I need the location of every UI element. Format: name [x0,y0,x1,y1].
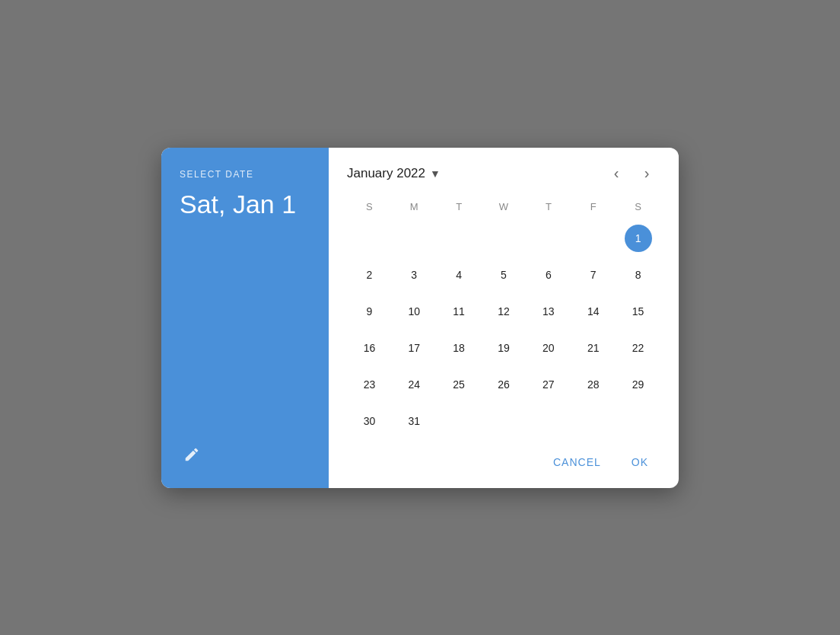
day-27[interactable]: 27 [526,366,571,403]
day-header-fri: F [571,196,616,220]
empty-cell [571,403,616,439]
day-number: 10 [400,298,428,325]
empty-cell [482,220,527,257]
day-number: 18 [445,334,473,362]
day-17[interactable]: 17 [392,330,437,366]
day-21[interactable]: 21 [571,330,616,366]
calendar-grid: S M T W T F S 1 2 3 4 5 6 7 8 [347,196,660,439]
next-month-button[interactable]: › [633,160,660,187]
day-number: 22 [625,334,652,362]
day-number: 6 [535,261,562,289]
day-22[interactable]: 22 [616,330,660,366]
empty-cell [526,220,571,257]
day-16[interactable]: 16 [347,330,392,366]
day-number: 7 [580,261,607,289]
day-24[interactable]: 24 [392,366,437,403]
day-23[interactable]: 23 [347,366,392,403]
day-number: 26 [490,371,517,398]
day-9[interactable]: 9 [347,293,392,330]
ok-button[interactable]: OK [619,448,660,476]
empty-cell [482,403,527,439]
day-number: 13 [535,298,562,325]
edit-icon [183,446,200,463]
empty-cell [526,403,571,439]
day-28[interactable]: 28 [571,366,616,403]
day-number: 24 [400,371,428,398]
day-header-sun: S [347,196,392,220]
month-header: January 2022 ▼ ‹ › [347,160,660,187]
empty-cell [347,220,392,257]
day-number: 19 [490,334,517,362]
calendar-nav: ‹ › [603,160,660,187]
empty-cell [437,403,482,439]
day-number: 3 [400,261,428,289]
day-1[interactable]: 1 [616,220,660,257]
day-25[interactable]: 25 [437,366,482,403]
day-number: 8 [625,261,652,289]
day-15[interactable]: 15 [616,293,660,330]
day-number: 30 [355,407,383,435]
day-number: 1 [625,225,652,252]
day-header-mon: M [392,196,437,220]
day-number: 15 [625,298,652,325]
day-number: 2 [355,261,383,289]
day-14[interactable]: 14 [571,293,616,330]
day-number: 20 [535,334,562,362]
day-13[interactable]: 13 [526,293,571,330]
day-10[interactable]: 10 [392,293,437,330]
day-number: 28 [580,371,607,398]
select-date-label: SELECT DATE [180,169,310,180]
day-6[interactable]: 6 [526,257,571,293]
day-31[interactable]: 31 [392,403,437,439]
day-4[interactable]: 4 [437,257,482,293]
day-number: 12 [490,298,517,325]
day-20[interactable]: 20 [526,330,571,366]
day-number: 31 [400,407,428,435]
day-18[interactable]: 18 [437,330,482,366]
day-8[interactable]: 8 [616,257,660,293]
day-header-thu: T [526,196,571,220]
empty-cell [571,220,616,257]
empty-cell [392,220,437,257]
day-26[interactable]: 26 [482,366,527,403]
month-year-label: January 2022 [347,166,425,181]
day-number: 9 [355,298,383,325]
empty-cell [616,403,660,439]
day-number: 25 [445,371,473,398]
day-30[interactable]: 30 [347,403,392,439]
day-7[interactable]: 7 [571,257,616,293]
day-number: 5 [490,261,517,289]
day-number: 21 [580,334,607,362]
date-picker-dialog: SELECT DATE Sat, Jan 1 January 2022 ▼ ‹ … [161,148,679,488]
day-number: 4 [445,261,473,289]
day-number: 14 [580,298,607,325]
day-11[interactable]: 11 [437,293,482,330]
right-panel: January 2022 ▼ ‹ › S M T W T F S [329,148,679,488]
prev-month-button[interactable]: ‹ [603,160,630,187]
day-number: 16 [355,334,383,362]
day-number: 11 [445,298,473,325]
empty-cell [437,220,482,257]
selected-date-display: Sat, Jan 1 [180,189,310,220]
day-number: 17 [400,334,428,362]
day-12[interactable]: 12 [482,293,527,330]
day-19[interactable]: 19 [482,330,527,366]
day-29[interactable]: 29 [616,366,660,403]
month-year-selector[interactable]: January 2022 ▼ [347,166,441,181]
day-2[interactable]: 2 [347,257,392,293]
day-header-sat: S [616,196,660,220]
day-number: 27 [535,371,562,398]
edit-date-button[interactable] [180,442,204,467]
day-5[interactable]: 5 [482,257,527,293]
month-dropdown-icon: ▼ [430,168,441,180]
day-number: 23 [355,371,383,398]
day-header-wed: W [482,196,527,220]
left-panel: SELECT DATE Sat, Jan 1 [161,148,329,488]
cancel-button[interactable]: CANCEL [541,448,613,476]
day-3[interactable]: 3 [392,257,437,293]
day-number: 29 [625,371,652,398]
day-header-tue: T [437,196,482,220]
dialog-footer: CANCEL OK [347,439,660,476]
